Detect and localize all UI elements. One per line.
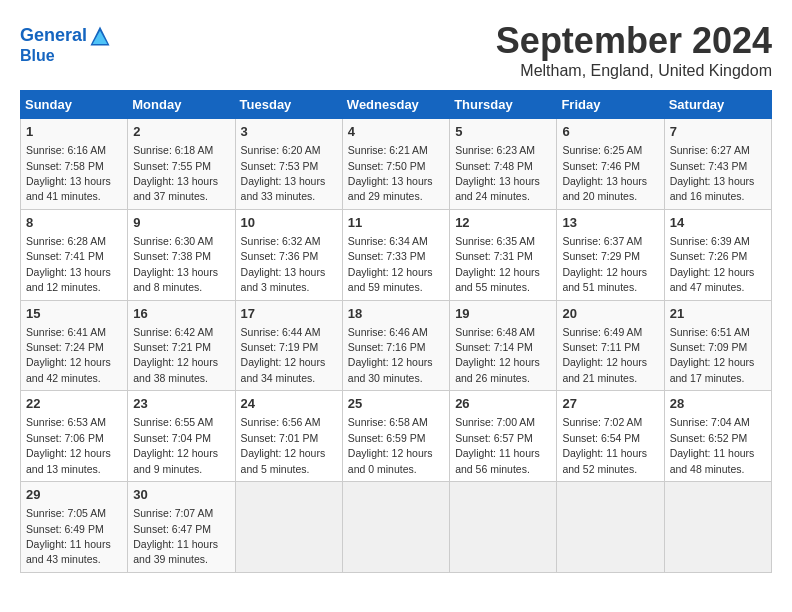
sunrise-info: Sunrise: 6:46 AM xyxy=(348,326,428,338)
daylight-label: Daylight: 11 hours and 43 minutes. xyxy=(26,538,111,565)
calendar-cell: 18Sunrise: 6:46 AMSunset: 7:16 PMDayligh… xyxy=(342,300,449,391)
sunrise-info: Sunrise: 6:37 AM xyxy=(562,235,642,247)
calendar-cell xyxy=(235,482,342,573)
sunset-info: Sunset: 7:01 PM xyxy=(241,432,319,444)
calendar-cell: 30Sunrise: 7:07 AMSunset: 6:47 PMDayligh… xyxy=(128,482,235,573)
sunset-info: Sunset: 6:57 PM xyxy=(455,432,533,444)
logo-subtext: Blue xyxy=(20,47,111,65)
sunrise-info: Sunrise: 6:53 AM xyxy=(26,416,106,428)
sunset-info: Sunset: 6:59 PM xyxy=(348,432,426,444)
calendar-row: 15Sunrise: 6:41 AMSunset: 7:24 PMDayligh… xyxy=(21,300,772,391)
day-number: 29 xyxy=(26,486,122,504)
daylight-label: Daylight: 13 hours and 41 minutes. xyxy=(26,175,111,202)
calendar-cell: 14Sunrise: 6:39 AMSunset: 7:26 PMDayligh… xyxy=(664,209,771,300)
calendar-row: 29Sunrise: 7:05 AMSunset: 6:49 PMDayligh… xyxy=(21,482,772,573)
sunrise-info: Sunrise: 6:23 AM xyxy=(455,144,535,156)
daylight-label: Daylight: 11 hours and 48 minutes. xyxy=(670,447,755,474)
sunset-info: Sunset: 6:54 PM xyxy=(562,432,640,444)
sunrise-info: Sunrise: 7:04 AM xyxy=(670,416,750,428)
sunrise-info: Sunrise: 6:49 AM xyxy=(562,326,642,338)
calendar-cell: 8Sunrise: 6:28 AMSunset: 7:41 PMDaylight… xyxy=(21,209,128,300)
day-number: 1 xyxy=(26,123,122,141)
sunrise-info: Sunrise: 6:35 AM xyxy=(455,235,535,247)
sunset-info: Sunset: 7:36 PM xyxy=(241,250,319,262)
calendar-cell: 10Sunrise: 6:32 AMSunset: 7:36 PMDayligh… xyxy=(235,209,342,300)
sunrise-info: Sunrise: 7:05 AM xyxy=(26,507,106,519)
daylight-label: Daylight: 13 hours and 12 minutes. xyxy=(26,266,111,293)
calendar-cell: 20Sunrise: 6:49 AMSunset: 7:11 PMDayligh… xyxy=(557,300,664,391)
logo-text: General xyxy=(20,25,111,47)
sunset-info: Sunset: 7:41 PM xyxy=(26,250,104,262)
calendar-cell xyxy=(450,482,557,573)
daylight-label: Daylight: 12 hours and 30 minutes. xyxy=(348,356,433,383)
sunset-info: Sunset: 7:50 PM xyxy=(348,160,426,172)
sunrise-info: Sunrise: 6:42 AM xyxy=(133,326,213,338)
header-friday: Friday xyxy=(557,91,664,119)
sunrise-info: Sunrise: 6:21 AM xyxy=(348,144,428,156)
day-number: 4 xyxy=(348,123,444,141)
header-sunday: Sunday xyxy=(21,91,128,119)
daylight-label: Daylight: 12 hours and 38 minutes. xyxy=(133,356,218,383)
daylight-label: Daylight: 13 hours and 3 minutes. xyxy=(241,266,326,293)
daylight-label: Daylight: 12 hours and 9 minutes. xyxy=(133,447,218,474)
logo: General Blue xyxy=(20,25,111,65)
page-header: General Blue September 2024 Meltham, Eng… xyxy=(20,20,772,80)
location-title: Meltham, England, United Kingdom xyxy=(496,62,772,80)
sunset-info: Sunset: 7:04 PM xyxy=(133,432,211,444)
day-number: 19 xyxy=(455,305,551,323)
daylight-label: Daylight: 12 hours and 26 minutes. xyxy=(455,356,540,383)
sunrise-info: Sunrise: 6:56 AM xyxy=(241,416,321,428)
sunset-info: Sunset: 7:16 PM xyxy=(348,341,426,353)
sunset-info: Sunset: 7:26 PM xyxy=(670,250,748,262)
calendar-cell: 29Sunrise: 7:05 AMSunset: 6:49 PMDayligh… xyxy=(21,482,128,573)
daylight-label: Daylight: 12 hours and 59 minutes. xyxy=(348,266,433,293)
sunset-info: Sunset: 7:33 PM xyxy=(348,250,426,262)
day-number: 15 xyxy=(26,305,122,323)
day-number: 22 xyxy=(26,395,122,413)
day-number: 18 xyxy=(348,305,444,323)
calendar-cell xyxy=(342,482,449,573)
calendar-cell: 25Sunrise: 6:58 AMSunset: 6:59 PMDayligh… xyxy=(342,391,449,482)
calendar-cell xyxy=(557,482,664,573)
sunset-info: Sunset: 7:11 PM xyxy=(562,341,640,353)
sunrise-info: Sunrise: 6:25 AM xyxy=(562,144,642,156)
sunrise-info: Sunrise: 6:32 AM xyxy=(241,235,321,247)
sunset-info: Sunset: 7:43 PM xyxy=(670,160,748,172)
calendar-cell: 27Sunrise: 7:02 AMSunset: 6:54 PMDayligh… xyxy=(557,391,664,482)
calendar-cell: 9Sunrise: 6:30 AMSunset: 7:38 PMDaylight… xyxy=(128,209,235,300)
day-number: 3 xyxy=(241,123,337,141)
daylight-label: Daylight: 12 hours and 17 minutes. xyxy=(670,356,755,383)
calendar-table: Sunday Monday Tuesday Wednesday Thursday… xyxy=(20,90,772,573)
calendar-cell: 4Sunrise: 6:21 AMSunset: 7:50 PMDaylight… xyxy=(342,119,449,210)
daylight-label: Daylight: 12 hours and 13 minutes. xyxy=(26,447,111,474)
header-saturday: Saturday xyxy=(664,91,771,119)
calendar-cell: 7Sunrise: 6:27 AMSunset: 7:43 PMDaylight… xyxy=(664,119,771,210)
sunrise-info: Sunrise: 7:07 AM xyxy=(133,507,213,519)
sunset-info: Sunset: 7:09 PM xyxy=(670,341,748,353)
day-number: 17 xyxy=(241,305,337,323)
day-number: 8 xyxy=(26,214,122,232)
calendar-cell: 11Sunrise: 6:34 AMSunset: 7:33 PMDayligh… xyxy=(342,209,449,300)
calendar-cell: 28Sunrise: 7:04 AMSunset: 6:52 PMDayligh… xyxy=(664,391,771,482)
header-tuesday: Tuesday xyxy=(235,91,342,119)
sunset-info: Sunset: 7:38 PM xyxy=(133,250,211,262)
day-number: 23 xyxy=(133,395,229,413)
calendar-cell: 19Sunrise: 6:48 AMSunset: 7:14 PMDayligh… xyxy=(450,300,557,391)
sunrise-info: Sunrise: 6:28 AM xyxy=(26,235,106,247)
sunrise-info: Sunrise: 6:27 AM xyxy=(670,144,750,156)
daylight-label: Daylight: 12 hours and 55 minutes. xyxy=(455,266,540,293)
calendar-cell: 24Sunrise: 6:56 AMSunset: 7:01 PMDayligh… xyxy=(235,391,342,482)
calendar-cell: 23Sunrise: 6:55 AMSunset: 7:04 PMDayligh… xyxy=(128,391,235,482)
day-number: 6 xyxy=(562,123,658,141)
sunset-info: Sunset: 6:52 PM xyxy=(670,432,748,444)
calendar-cell: 6Sunrise: 6:25 AMSunset: 7:46 PMDaylight… xyxy=(557,119,664,210)
daylight-label: Daylight: 13 hours and 8 minutes. xyxy=(133,266,218,293)
calendar-row: 8Sunrise: 6:28 AMSunset: 7:41 PMDaylight… xyxy=(21,209,772,300)
daylight-label: Daylight: 11 hours and 39 minutes. xyxy=(133,538,218,565)
daylight-label: Daylight: 13 hours and 33 minutes. xyxy=(241,175,326,202)
day-number: 2 xyxy=(133,123,229,141)
daylight-label: Daylight: 11 hours and 56 minutes. xyxy=(455,447,540,474)
sunset-info: Sunset: 6:49 PM xyxy=(26,523,104,535)
calendar-cell: 3Sunrise: 6:20 AMSunset: 7:53 PMDaylight… xyxy=(235,119,342,210)
day-number: 25 xyxy=(348,395,444,413)
